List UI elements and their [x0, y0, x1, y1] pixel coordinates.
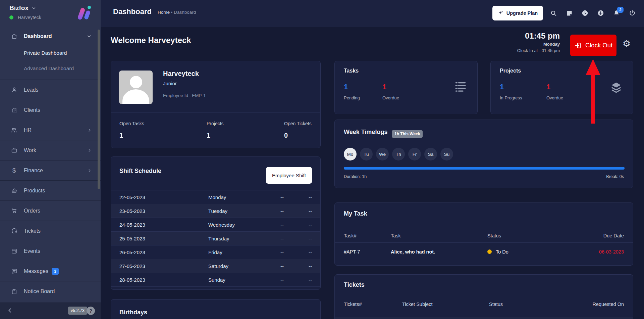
day-circle-tu[interactable]: Tu [360, 148, 373, 161]
brand-dropdown[interactable]: Bizfox [9, 4, 36, 12]
annotation-arrow-head [586, 59, 600, 75]
basket-icon [10, 187, 18, 195]
task-due-date: 06-03-2023 [584, 249, 624, 255]
sidebar-item-label: Tickets [24, 228, 41, 234]
sidebar-scrollbar[interactable] [98, 30, 100, 189]
current-day: Monday [517, 42, 560, 47]
weekday-selector: Mo Tu We Th Fr Sa Su [344, 148, 453, 161]
shift-row: 25-05-2023 Thursday -- -- [111, 232, 320, 245]
sidebar-item-dashboard[interactable]: Dashboard [0, 27, 101, 45]
sidebar-item-messages[interactable]: Messages 3 [0, 261, 101, 281]
workspace-name: Harveyteck [18, 15, 41, 20]
chevron-right-icon [87, 148, 92, 153]
sign-out-icon [574, 42, 582, 49]
tasks-overdue-label: Overdue [382, 95, 399, 100]
chevron-right-icon [87, 128, 92, 133]
tasks-overdue-value: 1 [382, 83, 386, 91]
breadcrumb-home[interactable]: Home [158, 10, 170, 15]
brand-name: Bizfox [9, 4, 29, 12]
notifications-bell-icon[interactable]: 2 [613, 9, 620, 17]
day-circle-sa[interactable]: Sa [424, 148, 437, 161]
clock-icon[interactable] [581, 9, 589, 17]
tasks-summary-card: Tasks 1 Pending 1 Overdue [334, 61, 478, 114]
workspace-switcher: Bizfox Harveyteck [0, 0, 101, 27]
settings-gear-icon[interactable]: ⚙ [623, 39, 631, 48]
briefcase-icon [10, 146, 18, 154]
sidebar-item-notice-board[interactable]: Notice Board [0, 281, 101, 302]
sidebar-item-leads[interactable]: Leads [0, 80, 101, 100]
my-task-card: My Task Task# Task Status Due Date #APT-… [334, 202, 633, 266]
sidebar-footer: v5.2.73 ? [0, 303, 101, 319]
add-icon[interactable] [597, 9, 604, 17]
note-icon[interactable] [566, 9, 573, 17]
day-circle-we[interactable]: We [376, 148, 389, 161]
divider [335, 258, 633, 258]
welcome-heading: Welcome Harveyteck [111, 36, 191, 45]
my-task-title: My Task [344, 210, 367, 217]
collapse-sidebar-icon[interactable] [7, 307, 13, 315]
tickets-title: Tickets [344, 281, 365, 288]
headset-icon [10, 227, 18, 235]
power-icon[interactable] [629, 9, 636, 17]
sidebar-item-label: Products [24, 188, 45, 194]
birthdays-card: Birthdays [111, 299, 321, 319]
chevron-right-icon [87, 168, 92, 173]
stat-open-tickets: Open Tickets 0 [284, 121, 312, 139]
sidebar-item-products[interactable]: Products [0, 181, 101, 201]
search-icon[interactable] [550, 9, 557, 17]
app-logo [77, 5, 94, 21]
shift-row: 24-05-2023 Wednesday -- -- [111, 218, 320, 232]
timelog-break: Break: 0s [606, 174, 624, 179]
sidebar-item-label: Dashboard [24, 33, 52, 39]
stat-projects: Projects 1 [207, 121, 224, 139]
shift-row: 26-05-2023 Friday -- -- [111, 245, 320, 259]
online-status-dot [9, 15, 13, 19]
version-badge: v5.2.73 [68, 307, 87, 315]
employee-shift-button[interactable]: Employee Shift [266, 167, 312, 184]
sidebar-item-private-dashboard[interactable]: Private Dashboard [0, 45, 101, 61]
timelog-duration: Duration: 1h [344, 174, 367, 179]
avatar [119, 71, 153, 104]
divider [111, 112, 320, 112]
breadcrumb-current: Dashboard [174, 10, 196, 15]
top-header: Dashboard Home • Dashboard Upgrade Plan … [101, 0, 644, 27]
day-circle-th[interactable]: Th [392, 148, 405, 161]
home-icon [10, 32, 18, 40]
day-circle-fr[interactable]: Fr [408, 148, 421, 161]
projects-inprogress-value: 1 [500, 83, 504, 91]
breadcrumb-separator: • [171, 10, 173, 15]
sidebar-item-hr[interactable]: HR [0, 120, 101, 140]
sidebar-item-work[interactable]: Work [0, 140, 101, 161]
upgrade-plan-label: Upgrade Plan [506, 10, 538, 16]
sidebar: Bizfox Harveyteck Dashboard Private Dash… [0, 0, 101, 319]
sidebar-item-clients[interactable]: Clients [0, 100, 101, 120]
sidebar-item-tickets[interactable]: Tickets [0, 221, 101, 241]
sidebar-item-label: Finance [24, 168, 43, 174]
notification-count-badge: 2 [617, 7, 624, 13]
sidebar-item-label: Events [24, 248, 40, 254]
message-icon [10, 267, 18, 275]
projects-card-title: Projects [500, 68, 521, 74]
current-time: 01:45 pm [517, 31, 560, 41]
cart-icon [10, 207, 18, 215]
annotation-arrow-shaft [591, 74, 595, 124]
day-circle-su[interactable]: Su [440, 148, 453, 161]
breadcrumb: Home • Dashboard [158, 10, 196, 15]
my-task-header-row: Task# Task Status Due Date [335, 233, 633, 238]
profile-card: Harveyteck Junior Employee Id : EMP-1 Op… [111, 61, 321, 148]
sidebar-item-advanced-dashboard[interactable]: Advanced Dashboard [0, 61, 101, 76]
task-name: Alice, who had not. [391, 249, 487, 255]
shift-schedule-card: Shift Schedule Employee Shift 22-05-2023… [111, 156, 321, 290]
upgrade-plan-button[interactable]: Upgrade Plan [492, 6, 543, 20]
help-icon[interactable]: ? [87, 307, 95, 315]
task-list-icon [454, 81, 467, 94]
day-circle-mo[interactable]: Mo [344, 148, 357, 161]
clock-out-button[interactable]: Clock Out [570, 35, 616, 56]
sidebar-item-orders[interactable]: Orders [0, 201, 101, 221]
task-row[interactable]: #APT-7 Alice, who had not. To Do 06-03-2… [335, 245, 633, 259]
sidebar-item-events[interactable]: Events [0, 241, 101, 261]
profile-employee-id: Employee Id : EMP-1 [163, 93, 206, 98]
ticket-row-partial [335, 317, 633, 319]
sidebar-item-finance[interactable]: $ Finance [0, 161, 101, 181]
shift-row: 28-05-2023 Sunday -- -- [111, 273, 320, 287]
